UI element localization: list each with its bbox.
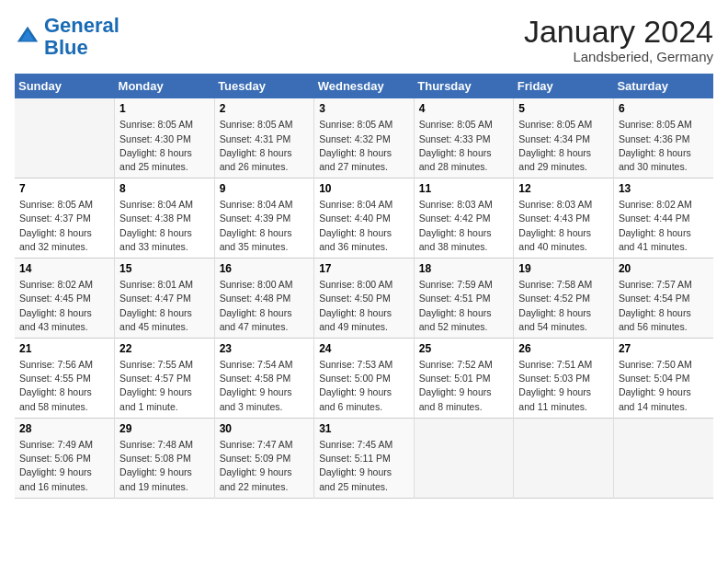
day-number: 18 [419, 262, 509, 275]
day-info: Sunrise: 8:04 AMSunset: 4:38 PMDaylight:… [119, 198, 210, 254]
day-number: 10 [319, 182, 409, 195]
weekday-header-row: SundayMondayTuesdayWednesdayThursdayFrid… [15, 74, 713, 98]
logo-line1: General [44, 14, 119, 37]
day-info: Sunrise: 7:52 AMSunset: 5:01 PMDaylight:… [419, 358, 509, 414]
calendar-cell [15, 98, 115, 178]
day-number: 20 [619, 262, 709, 275]
week-row-3: 21Sunrise: 7:56 AMSunset: 4:55 PMDayligh… [15, 339, 713, 419]
calendar-cell: 18Sunrise: 7:59 AMSunset: 4:51 PMDayligh… [414, 259, 514, 339]
page-header: General Blue January 2024 Landsberied, G… [15, 15, 713, 64]
week-row-0: 1Sunrise: 8:05 AMSunset: 4:30 PMDaylight… [15, 98, 713, 178]
calendar-cell: 27Sunrise: 7:50 AMSunset: 5:04 PMDayligh… [613, 339, 713, 419]
day-info: Sunrise: 8:05 AMSunset: 4:34 PMDaylight:… [518, 118, 609, 174]
weekday-header-friday: Friday [514, 74, 614, 98]
day-info: Sunrise: 7:49 AMSunset: 5:06 PMDaylight:… [19, 438, 109, 494]
day-number: 3 [319, 102, 409, 115]
calendar-cell: 12Sunrise: 8:03 AMSunset: 4:43 PMDayligh… [514, 178, 614, 259]
calendar-cell: 11Sunrise: 8:03 AMSunset: 4:42 PMDayligh… [414, 178, 514, 259]
calendar-cell: 28Sunrise: 7:49 AMSunset: 5:06 PMDayligh… [15, 418, 115, 498]
day-info: Sunrise: 8:03 AMSunset: 4:43 PMDaylight:… [518, 198, 609, 254]
day-info: Sunrise: 7:45 AMSunset: 5:11 PMDaylight:… [319, 438, 409, 494]
title-block: January 2024 Landsberied, Germany [524, 15, 713, 64]
calendar-cell: 9Sunrise: 8:04 AMSunset: 4:39 PMDaylight… [214, 178, 314, 259]
calendar-cell: 15Sunrise: 8:01 AMSunset: 4:47 PMDayligh… [115, 259, 215, 339]
calendar-cell: 4Sunrise: 8:05 AMSunset: 4:33 PMDaylight… [414, 98, 514, 178]
day-info: Sunrise: 8:01 AMSunset: 4:47 PMDaylight:… [119, 278, 210, 334]
logo-icon [15, 24, 40, 50]
calendar-cell: 7Sunrise: 8:05 AMSunset: 4:37 PMDaylight… [15, 178, 115, 259]
calendar-cell: 13Sunrise: 8:02 AMSunset: 4:44 PMDayligh… [613, 178, 713, 259]
day-number: 8 [119, 182, 210, 195]
day-number: 4 [419, 102, 509, 115]
calendar-cell: 31Sunrise: 7:45 AMSunset: 5:11 PMDayligh… [314, 418, 415, 498]
day-number: 14 [19, 262, 109, 275]
day-info: Sunrise: 8:05 AMSunset: 4:32 PMDaylight:… [319, 118, 409, 174]
day-number: 2 [220, 102, 310, 115]
calendar-table: SundayMondayTuesdayWednesdayThursdayFrid… [15, 74, 713, 498]
day-number: 6 [619, 102, 709, 115]
day-number: 27 [619, 342, 709, 355]
day-number: 25 [419, 342, 509, 355]
logo-line2: Blue [44, 36, 88, 59]
day-info: Sunrise: 8:02 AMSunset: 4:44 PMDaylight:… [619, 198, 709, 254]
day-info: Sunrise: 8:05 AMSunset: 4:33 PMDaylight:… [419, 118, 509, 174]
day-info: Sunrise: 8:00 AMSunset: 4:50 PMDaylight:… [319, 278, 409, 334]
day-number: 17 [319, 262, 409, 275]
calendar-cell: 22Sunrise: 7:55 AMSunset: 4:57 PMDayligh… [115, 339, 215, 419]
weekday-header-monday: Monday [115, 74, 215, 98]
calendar-cell: 2Sunrise: 8:05 AMSunset: 4:31 PMDaylight… [214, 98, 314, 178]
calendar-cell: 3Sunrise: 8:05 AMSunset: 4:32 PMDaylight… [314, 98, 415, 178]
calendar-cell: 16Sunrise: 8:00 AMSunset: 4:48 PMDayligh… [214, 259, 314, 339]
day-number: 1 [119, 102, 210, 115]
day-number: 11 [419, 182, 509, 195]
week-row-4: 28Sunrise: 7:49 AMSunset: 5:06 PMDayligh… [15, 418, 713, 498]
month-title: January 2024 [524, 15, 713, 49]
calendar-cell: 20Sunrise: 7:57 AMSunset: 4:54 PMDayligh… [613, 259, 713, 339]
weekday-header-saturday: Saturday [613, 74, 713, 98]
day-info: Sunrise: 8:05 AMSunset: 4:31 PMDaylight:… [220, 118, 310, 174]
calendar-cell: 10Sunrise: 8:04 AMSunset: 4:40 PMDayligh… [314, 178, 415, 259]
day-info: Sunrise: 7:59 AMSunset: 4:51 PMDaylight:… [419, 278, 509, 334]
calendar-cell: 14Sunrise: 8:02 AMSunset: 4:45 PMDayligh… [15, 259, 115, 339]
week-row-1: 7Sunrise: 8:05 AMSunset: 4:37 PMDaylight… [15, 178, 713, 259]
logo: General Blue [15, 15, 119, 59]
day-number: 30 [220, 422, 310, 435]
calendar-cell [613, 418, 713, 498]
day-info: Sunrise: 7:56 AMSunset: 4:55 PMDaylight:… [19, 358, 109, 414]
day-number: 23 [220, 342, 310, 355]
calendar-cell: 23Sunrise: 7:54 AMSunset: 4:58 PMDayligh… [214, 339, 314, 419]
calendar-cell: 5Sunrise: 8:05 AMSunset: 4:34 PMDaylight… [514, 98, 614, 178]
day-number: 7 [19, 182, 109, 195]
calendar-cell: 21Sunrise: 7:56 AMSunset: 4:55 PMDayligh… [15, 339, 115, 419]
day-number: 31 [319, 422, 409, 435]
day-info: Sunrise: 8:00 AMSunset: 4:48 PMDaylight:… [220, 278, 310, 334]
weekday-header-tuesday: Tuesday [214, 74, 314, 98]
calendar-cell: 30Sunrise: 7:47 AMSunset: 5:09 PMDayligh… [214, 418, 314, 498]
day-number: 22 [119, 342, 210, 355]
day-number: 19 [518, 262, 609, 275]
day-number: 13 [619, 182, 709, 195]
day-number: 29 [119, 422, 210, 435]
day-number: 28 [19, 422, 109, 435]
calendar-cell: 25Sunrise: 7:52 AMSunset: 5:01 PMDayligh… [414, 339, 514, 419]
day-info: Sunrise: 8:04 AMSunset: 4:39 PMDaylight:… [220, 198, 310, 254]
day-info: Sunrise: 7:47 AMSunset: 5:09 PMDaylight:… [220, 438, 310, 494]
day-info: Sunrise: 8:03 AMSunset: 4:42 PMDaylight:… [419, 198, 509, 254]
day-info: Sunrise: 7:53 AMSunset: 5:00 PMDaylight:… [319, 358, 409, 414]
day-info: Sunrise: 7:57 AMSunset: 4:54 PMDaylight:… [619, 278, 709, 334]
day-info: Sunrise: 7:54 AMSunset: 4:58 PMDaylight:… [220, 358, 310, 414]
calendar-cell: 19Sunrise: 7:58 AMSunset: 4:52 PMDayligh… [514, 259, 614, 339]
calendar-cell: 29Sunrise: 7:48 AMSunset: 5:08 PMDayligh… [115, 418, 215, 498]
day-info: Sunrise: 8:05 AMSunset: 4:36 PMDaylight:… [619, 118, 709, 174]
calendar-cell: 26Sunrise: 7:51 AMSunset: 5:03 PMDayligh… [514, 339, 614, 419]
day-number: 16 [220, 262, 310, 275]
logo-text: General Blue [44, 15, 119, 59]
day-info: Sunrise: 7:51 AMSunset: 5:03 PMDaylight:… [518, 358, 609, 414]
day-number: 21 [19, 342, 109, 355]
weekday-header-thursday: Thursday [414, 74, 514, 98]
weekday-header-wednesday: Wednesday [314, 74, 415, 98]
day-info: Sunrise: 7:58 AMSunset: 4:52 PMDaylight:… [518, 278, 609, 334]
calendar-cell: 6Sunrise: 8:05 AMSunset: 4:36 PMDaylight… [613, 98, 713, 178]
day-info: Sunrise: 8:04 AMSunset: 4:40 PMDaylight:… [319, 198, 409, 254]
calendar-cell: 8Sunrise: 8:04 AMSunset: 4:38 PMDaylight… [115, 178, 215, 259]
